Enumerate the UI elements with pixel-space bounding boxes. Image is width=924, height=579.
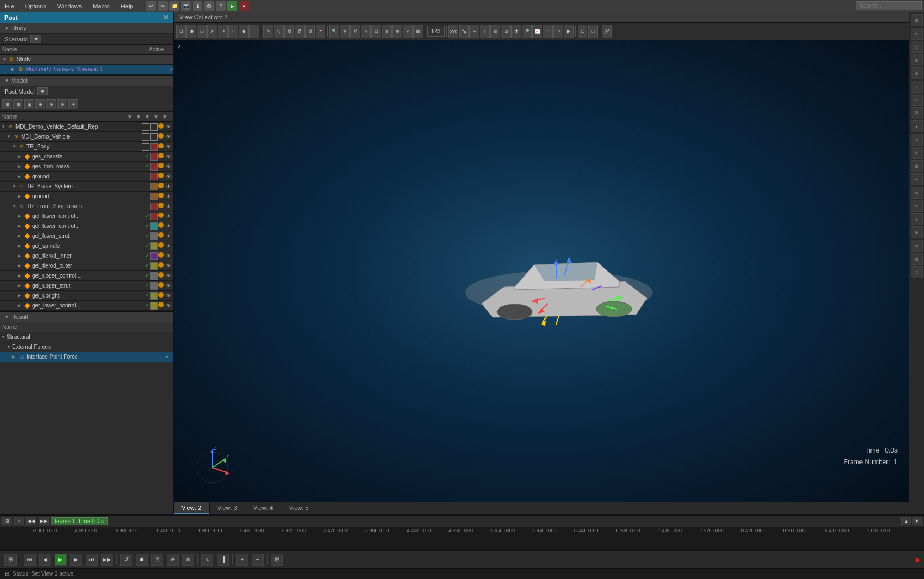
pb-plus[interactable]: + (236, 554, 248, 566)
tr-brake-eye[interactable]: 👁 (164, 183, 172, 190)
mdi-v-dot[interactable] (158, 133, 164, 139)
pb-bar[interactable]: ▐ (217, 554, 229, 566)
tree-row-tr-brake[interactable]: ▼ ⚙ TR_Brake_System 👁 (0, 182, 173, 192)
vt-btn-curve[interactable]: ∿ (274, 25, 284, 38)
toolbar-info[interactable]: ℹ (193, 1, 202, 11)
pb-snap[interactable]: ⊡ (151, 554, 163, 566)
ges-chassis-dot[interactable] (158, 153, 164, 158)
gel-touter-sq[interactable] (150, 262, 158, 270)
pb-wave[interactable]: ∿ (201, 554, 213, 566)
toolbar-new[interactable]: ↩ (146, 1, 156, 11)
tree-row-gel-upper-strut[interactable]: ▶ 🔶 gel_upper_strut ✓ 👁 (0, 281, 173, 291)
tree-row-gel-lower2[interactable]: ▶ 🔶 gel_lower_control... ✓ 👁 (0, 221, 173, 231)
scenario-dropdown[interactable]: ▼ (30, 35, 41, 43)
ground-brake-sq1[interactable] (142, 193, 149, 200)
tr-brake-sq2[interactable] (150, 183, 158, 190)
tree-btn-5[interactable]: ⊗ (46, 99, 56, 109)
gel-upright-eye[interactable]: 👁 (164, 292, 172, 300)
tr-body-sq2[interactable] (150, 143, 158, 151)
tree-row-tr-front[interactable]: ▼ ⚙ TR_Front_Suspension 👁 (0, 201, 173, 211)
tree-btn-7[interactable]: ✦ (68, 99, 78, 109)
vt-btn-clamp[interactable]: ⊿ (501, 25, 511, 38)
vis-dot[interactable] (158, 123, 164, 129)
vt-btn-cog[interactable]: ⚙ (305, 25, 315, 38)
ges-trim-dot[interactable] (158, 163, 164, 168)
ground-brake-dot[interactable] (158, 193, 164, 198)
tree-row-gel-upright[interactable]: ▶ 🔶 gel_upright ✓ 👁 (0, 291, 173, 301)
ri-btn-12[interactable]: ⊠ (911, 160, 923, 172)
tr-brake-sq1[interactable] (142, 183, 149, 190)
tree-row-mdi-vehicle[interactable]: ▼ ⚙ MDI_Demo_Vehicle 👁 (0, 132, 173, 142)
gel-tinner-eye[interactable]: 👁 (164, 252, 172, 260)
pb-stop-red[interactable]: ■ (915, 555, 920, 564)
tr-body-sq1[interactable] (142, 143, 149, 151)
gel-spindle-dot[interactable] (158, 242, 164, 248)
post-model-dropdown[interactable]: ▼ (37, 87, 48, 95)
pb-play[interactable]: ▶ (55, 554, 67, 566)
search-input[interactable] (856, 1, 922, 10)
pb-fwd2[interactable]: ▶▶ (101, 554, 113, 566)
ipf-eye[interactable]: ≡ (163, 353, 171, 361)
viewport-3d[interactable]: 2 (174, 40, 909, 502)
tree-btn-3[interactable]: ◉ (24, 99, 34, 109)
ground-body-eye[interactable]: 👁 (164, 173, 172, 180)
ground-brake-sq2[interactable] (150, 193, 158, 200)
tree-btn-2[interactable]: ⊟ (13, 99, 23, 109)
mdi-v-sq2[interactable] (150, 133, 158, 141)
ri-btn-3[interactable]: ◎ (911, 41, 923, 53)
tree-row-study[interactable]: ▼ ⚙ Study (0, 55, 173, 65)
ri-btn-6[interactable]: ↕ (911, 81, 923, 93)
ri-btn-11[interactable]: ↺ (911, 147, 923, 159)
tree-btn-6[interactable]: ⊘ (57, 99, 67, 109)
tree-row-structural[interactable]: ▼ Structural (0, 332, 173, 342)
vt-btn-grid2[interactable]: ⊞ (578, 25, 587, 38)
vt-btn-pan[interactable]: ⊕ (392, 25, 402, 38)
pb-join[interactable]: ⊗ (182, 554, 194, 566)
ri-btn-18[interactable]: ⊗ (911, 240, 923, 252)
vt-btn-xyz[interactable]: xyz (448, 25, 458, 38)
toolbar-play[interactable]: ▶ (227, 1, 237, 11)
vt-btn-t[interactable]: T (480, 25, 490, 38)
toolbar-camera[interactable]: 📷 (181, 1, 191, 11)
ri-btn-9[interactable]: ♦ (911, 120, 923, 132)
ger-lower-dot[interactable] (158, 302, 164, 307)
tree-row-mdi-default[interactable]: ▼ ⚙ MDI_Demo_Vehicle_Default_Rep 👁 (0, 122, 173, 132)
tl-btn-backward[interactable]: ◀◀ (26, 517, 36, 525)
vt-btn-move[interactable]: ✥ (340, 25, 350, 38)
tree-row-gel-touter[interactable]: ▶ 🔶 gel_tierod_outer ✓ 👁 (0, 261, 173, 271)
toolbar-record[interactable]: ● (239, 1, 249, 11)
vis-sq-1[interactable] (142, 123, 149, 131)
tree-row-gel-lower1[interactable]: ▶ 🔶 gel_lower_control... ✓ 👁 (0, 211, 173, 221)
pb-minus[interactable]: − (252, 554, 264, 566)
tree-row-ext-forces[interactable]: ▼ External Forces (0, 342, 173, 352)
gel-tinner-dot[interactable] (158, 252, 164, 258)
gel-lower2-dot[interactable] (158, 222, 164, 228)
vt-btn-grid[interactable]: ⊞ (176, 25, 186, 38)
ges-chassis-eye[interactable]: 👁 (164, 153, 172, 161)
toolbar-redo[interactable]: ↪ (158, 1, 168, 11)
gel-lstrut-eye[interactable]: 👁 (164, 232, 172, 240)
vt-num-input[interactable] (427, 26, 445, 37)
gel-tinner-sq[interactable] (150, 252, 158, 260)
tr-front-dot[interactable] (158, 203, 164, 208)
study-section-header[interactable]: ▼ Study (0, 23, 173, 34)
tree-btn-4[interactable]: ⊕ (35, 99, 45, 109)
tr-front-eye[interactable]: 👁 (164, 203, 172, 210)
vt-btn-lasso[interactable]: ⊗ (382, 25, 392, 38)
tl-btn-icon1[interactable]: ⊞ (2, 517, 12, 525)
gel-upper-strut-dot[interactable] (158, 282, 164, 288)
ri-btn-4[interactable]: ⊕ (911, 54, 923, 66)
ges-chassis-sq[interactable] (150, 153, 158, 161)
vt-btn-pencil[interactable]: ✎ (263, 25, 273, 38)
menu-file[interactable]: File (2, 2, 17, 10)
gel-lower1-dot[interactable] (158, 213, 164, 218)
vt-btn-arrow[interactable]: ➤ (207, 25, 217, 38)
ri-btn-5[interactable]: ⊗ (911, 67, 923, 79)
tr-body-dot[interactable] (158, 143, 164, 148)
menu-windows[interactable]: Windows (55, 2, 84, 10)
tl-end-btn2[interactable]: ▼ (912, 517, 922, 525)
vis-eye[interactable]: 👁 (164, 123, 172, 131)
gel-upper-ctrl-sq[interactable] (150, 272, 158, 280)
vt-btn-wrench[interactable]: 🔧 (459, 25, 469, 38)
result-section-header[interactable]: ▼ Result (0, 312, 173, 322)
